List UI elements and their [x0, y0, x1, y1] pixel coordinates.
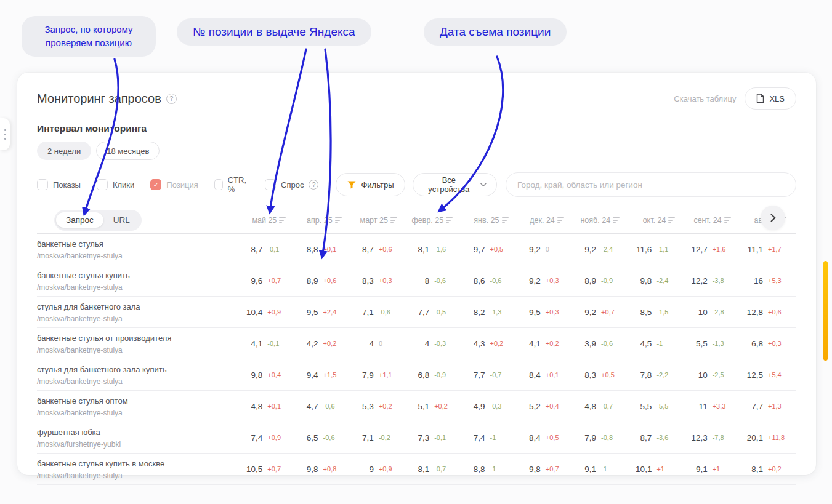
position-cell: 9,8+0,8	[296, 465, 351, 474]
sort-icon	[390, 216, 397, 225]
funnel-icon	[347, 181, 356, 189]
checkbox-icon[interactable]	[97, 179, 108, 190]
checkbox-icon[interactable]	[214, 179, 223, 190]
metric-checkbox-ctr-[interactable]: CTR, %	[214, 175, 249, 194]
query-url[interactable]: /moskva/banketnye-stulya	[37, 345, 240, 356]
month-column-header[interactable]: нояб. 24	[574, 216, 629, 225]
feedback-tab[interactable]	[823, 261, 828, 361]
query-url[interactable]: /moskva/banketnye-stulya	[37, 313, 240, 325]
query-text[interactable]: банкетные стулья купить в москве	[37, 458, 240, 470]
query-text[interactable]: банкетные стулья купить	[37, 270, 240, 282]
month-label: сент. 24	[693, 216, 721, 225]
position-cell: 9,2+0,7	[574, 308, 629, 317]
query-url[interactable]: /moskva/banketnye-stulya	[37, 470, 240, 482]
table-row[interactable]: стулья для банкетного зала купить/moskva…	[37, 359, 796, 391]
table-row[interactable]: фуршетная юбка/moskva/furshetnye-yubki7,…	[37, 422, 796, 454]
metric-help-icon[interactable]: ?	[309, 180, 318, 190]
position-delta: -0,6	[601, 340, 622, 347]
position-cell: 9,20	[519, 245, 574, 254]
position-cell: 20,1+11,8	[741, 433, 796, 442]
sort-icon	[724, 216, 731, 225]
toggle-query[interactable]: Запрос	[56, 212, 103, 228]
metric-checkbox-клики[interactable]: Клики	[97, 179, 134, 190]
metric-checkbox-позиция[interactable]: ✓Позиция	[150, 179, 198, 190]
interval-option-2w[interactable]: 2 недели	[37, 142, 91, 160]
checkbox-icon[interactable]	[265, 179, 276, 190]
query-url[interactable]: /moskva/banketnye-stulya	[37, 282, 240, 294]
position-delta: +0,6	[768, 308, 789, 316]
metric-checkbox-показы[interactable]: Показы	[37, 179, 81, 190]
query-url[interactable]: /moskva/banketnye-stulya	[37, 250, 240, 262]
month-column-header[interactable]: апр. 25	[296, 216, 351, 225]
region-input[interactable]	[506, 172, 796, 197]
table-row[interactable]: банкетные стулья купить в москве/moskva/…	[37, 454, 796, 485]
query-text[interactable]: стулья для банкетного зала купить	[37, 364, 240, 376]
position-value: 6,5	[307, 433, 318, 442]
next-months-button[interactable]	[761, 206, 785, 230]
position-value: 8,8	[474, 465, 485, 474]
month-column-header[interactable]: сент. 24	[685, 216, 740, 225]
position-cell: 11+3,3	[685, 402, 740, 411]
position-value: 9,8	[640, 276, 652, 286]
month-column-header[interactable]: февр. 25	[407, 216, 462, 225]
table-row[interactable]: банкетные стулья оптом/moskva/banketnye-…	[37, 391, 796, 422]
callout-position: № позиции в выдаче Яндекса	[177, 18, 371, 46]
position-cell: 6,8+0,3	[741, 339, 796, 348]
month-column-header[interactable]: дек. 24	[519, 216, 574, 225]
position-cell: 8-0,6	[407, 276, 462, 286]
metric-checkbox-спрос[interactable]: Спрос?	[265, 179, 318, 190]
query-url[interactable]: /moskva/banketnye-stulya	[37, 407, 240, 419]
position-value: 7,4	[251, 433, 263, 442]
table-row[interactable]: банкетные стулья от производителя/moskva…	[37, 328, 796, 359]
position-value: 11	[699, 402, 708, 411]
position-cell: 8,4+0,5	[519, 433, 574, 442]
month-column-header[interactable]: март 25	[352, 216, 407, 225]
checkbox-icon[interactable]	[37, 179, 48, 190]
position-value: 9,2	[584, 308, 596, 317]
callout-date: Дата съема позиции	[424, 18, 567, 46]
position-delta: +0,5	[490, 246, 511, 253]
query-url[interactable]: /moskva/furshetnye-yubki	[37, 439, 240, 450]
query-url[interactable]: /moskva/banketnye-stulya	[37, 376, 240, 388]
interval-option-18m[interactable]: 18 месяцев	[96, 142, 160, 160]
toggle-url[interactable]: URL	[103, 212, 140, 228]
position-delta: +0,2	[434, 402, 455, 410]
table-row[interactable]: стулья для банкетного зала/moskva/banket…	[37, 297, 796, 328]
devices-dropdown[interactable]: Все устройства	[413, 173, 497, 196]
query-text[interactable]: банкетные стулья от производителя	[37, 332, 240, 345]
filters-button[interactable]: Фильтры	[336, 173, 405, 196]
position-value: 8,1	[418, 245, 429, 254]
month-column-header[interactable]: окт. 24	[629, 216, 685, 225]
position-cell: 7,9-0,8	[574, 433, 629, 442]
side-drag-handle[interactable]	[0, 118, 10, 150]
position-cell: 12,7+1,6	[685, 245, 740, 254]
position-cell: 4,8+0,1	[240, 402, 296, 411]
table-row[interactable]: банкетные стулья купить/moskva/banketnye…	[37, 265, 796, 297]
position-delta: -0,6	[490, 277, 511, 284]
query-text[interactable]: стулья для банкетного зала	[37, 301, 240, 313]
position-delta: +2,4	[323, 308, 344, 316]
position-delta: +0,5	[546, 434, 567, 441]
month-column-header[interactable]: май 25	[240, 216, 296, 225]
position-delta: -0,7	[601, 402, 622, 410]
month-column-header[interactable]: янв. 25	[462, 216, 518, 225]
table-row[interactable]: банкетные стулья/moskva/banketnye-stulya…	[37, 234, 796, 265]
position-delta: +0,2	[379, 402, 400, 410]
query-text[interactable]: фуршетная юбка	[37, 426, 240, 439]
position-delta: -1,3	[713, 340, 733, 347]
download-xls-button[interactable]: XLS	[745, 87, 796, 110]
position-delta: +0,3	[546, 277, 567, 284]
position-cell: 4,8-0,7	[574, 402, 629, 411]
position-delta: +0,2	[768, 465, 789, 473]
checkbox-checked-icon[interactable]: ✓	[150, 179, 161, 190]
position-delta: +0,7	[546, 465, 567, 473]
query-text[interactable]: банкетные стулья	[37, 238, 240, 250]
position-delta: +0,3	[768, 340, 789, 347]
table-header: ЗапросURL май 25апр. 25март 25февр. 25ян…	[37, 207, 796, 234]
position-value: 4,1	[529, 339, 541, 348]
position-cell: 8,9+0,6	[296, 276, 351, 286]
query-text[interactable]: банкетные стулья оптом	[37, 395, 240, 407]
title-help-icon[interactable]: ?	[166, 94, 177, 104]
download-table-label: Скачать таблицу	[674, 94, 736, 103]
position-value: 9,8	[251, 370, 263, 380]
